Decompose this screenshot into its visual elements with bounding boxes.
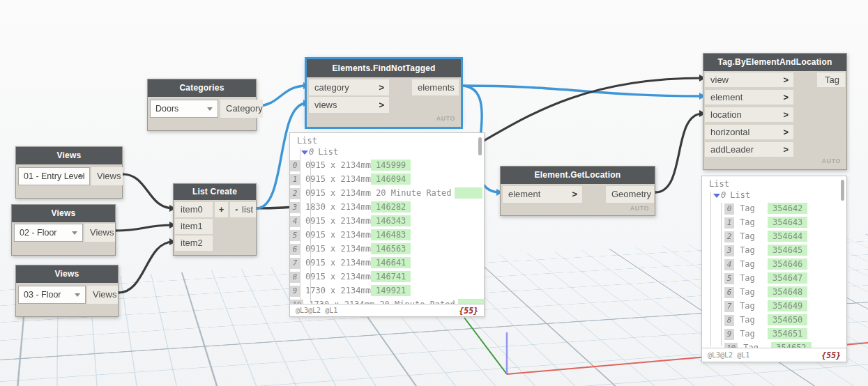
- preview-elements-list: List 0List 00915 x 2134mm145999 10915 x …: [290, 133, 484, 305]
- port-item2-input[interactable]: item2: [175, 236, 213, 251]
- wire-geometry-to-tag-location[interactable]: [655, 114, 703, 192]
- port-view-input[interactable]: view: [705, 72, 793, 87]
- tree-guide-line: [710, 192, 711, 346]
- lacing-auto-label[interactable]: AUTO: [630, 205, 649, 212]
- node-views-3-header[interactable]: Views: [16, 265, 118, 283]
- port-views-2-output[interactable]: Views: [84, 224, 115, 242]
- port-tag-output[interactable]: Tag: [817, 72, 845, 87]
- categories-dropdown[interactable]: Doors: [150, 100, 218, 118]
- tag-id-badge: 354646: [768, 258, 807, 270]
- port-views-input[interactable]: views: [309, 97, 389, 113]
- views-3-dropdown[interactable]: 03 - Floor: [18, 286, 86, 304]
- list-item: 9Tag354651: [702, 327, 846, 341]
- node-element-getlocation-header[interactable]: Element.GetLocation: [501, 167, 655, 184]
- node-list-create[interactable]: List Create item0 item1 item2 + - list: [173, 183, 257, 256]
- node-views-1-header[interactable]: Views: [16, 147, 122, 164]
- port-location-input[interactable]: location: [705, 107, 793, 122]
- node-views-3[interactable]: Views 03 - Floor Views: [15, 265, 119, 317]
- element-id-badge: 146282: [371, 201, 411, 213]
- wire-views3-to-item2[interactable]: [119, 242, 173, 293]
- port-item0-input[interactable]: item0: [175, 202, 213, 217]
- lacing-auto-label[interactable]: AUTO: [436, 115, 455, 122]
- element-id-badge: 149921: [371, 285, 411, 296]
- node-views-2-header[interactable]: Views: [12, 205, 115, 222]
- views-2-dropdown[interactable]: 02 - Floor: [14, 224, 83, 242]
- port-horizontal-input[interactable]: horizontal: [705, 125, 793, 139]
- wire-category-to-findnottagged[interactable]: [257, 86, 307, 106]
- levels-label[interactable]: @L3@L2 @L1: [708, 351, 749, 359]
- port-views-3-output[interactable]: Views: [87, 286, 118, 304]
- views-1-dropdown[interactable]: 01 - Entry Level: [18, 167, 90, 185]
- chevron-down-icon: [207, 107, 213, 111]
- element-id-badge: 146483: [371, 229, 411, 240]
- list-branch[interactable]: 0List: [702, 190, 846, 201]
- collapse-triangle-icon[interactable]: [301, 150, 308, 155]
- chevron-down-icon: [79, 175, 84, 178]
- list-item: 2Tag354644: [702, 229, 846, 243]
- preview-scrollbar[interactable]: [478, 137, 482, 155]
- list-root-label: List: [290, 136, 484, 146]
- port-list-output[interactable]: list: [238, 202, 256, 217]
- views-2-dropdown-value: 02 - Floor: [20, 228, 57, 238]
- tag-id-badge: 354643: [768, 217, 807, 228]
- categories-dropdown-value: Doors: [155, 104, 178, 114]
- wire-views2-to-item1[interactable]: [116, 225, 173, 231]
- views-1-dropdown-value: 01 - Entry Level: [24, 171, 85, 181]
- list-item: 7Tag354649: [702, 299, 846, 313]
- levels-label[interactable]: @L3@L2 @L1: [296, 307, 337, 314]
- port-chevron-icon: [783, 142, 789, 157]
- collapse-triangle-icon[interactable]: [713, 194, 720, 198]
- port-category-output[interactable]: Category: [220, 100, 263, 118]
- node-elements-findnottagged[interactable]: Elements.FindNotTagged category views el…: [307, 59, 461, 127]
- node-element-getlocation[interactable]: Element.GetLocation element Geometry AUT…: [500, 166, 655, 216]
- tag-id-badge: 354647: [768, 272, 807, 284]
- port-item1-input[interactable]: item1: [175, 219, 213, 234]
- add-port-button[interactable]: +: [215, 202, 228, 217]
- node-elements-findnottagged-header[interactable]: Elements.FindNotTagged: [307, 59, 461, 77]
- node-categories[interactable]: Categories Doors Category: [147, 79, 257, 131]
- node-categories-header[interactable]: Categories: [148, 79, 256, 97]
- wire-views1-to-item0[interactable]: [123, 174, 173, 208]
- list-item: 00915 x 2134mm145999: [290, 158, 484, 172]
- port-element-input[interactable]: element: [705, 90, 793, 105]
- preview-bubble-elements[interactable]: List 0List 00915 x 2134mm145999 10915 x …: [289, 132, 485, 317]
- port-chevron-icon: [783, 125, 789, 139]
- list-item: 1Tag354643: [702, 215, 846, 229]
- tag-id-badge: 354642: [768, 203, 807, 214]
- list-item: 91730 x 2134mm149921: [290, 284, 484, 298]
- node-views-2[interactable]: Views 02 - Floor Views: [11, 204, 116, 256]
- chevron-down-icon: [75, 293, 80, 297]
- tag-id-badge: 354650: [768, 314, 807, 325]
- list-item: 60915 x 2134mm146563: [290, 242, 484, 256]
- port-chevron-icon: [379, 97, 384, 113]
- list-item: 50915 x 2134mm146483: [290, 228, 484, 242]
- tree-guide-line: [310, 160, 311, 303]
- node-tag-byelementandlocation-header[interactable]: Tag.ByElementAndLocation: [703, 54, 846, 71]
- list-branch[interactable]: 0List: [290, 146, 484, 158]
- tree-guide-line: [300, 148, 300, 303]
- preview-bubble-tags[interactable]: List 0List 0Tag354642 1Tag354643 2Tag354…: [701, 176, 847, 362]
- preview-scrollbar[interactable]: [841, 180, 844, 201]
- port-chevron-icon: [783, 72, 789, 87]
- list-item: 0Tag354642: [702, 201, 846, 215]
- port-category-input[interactable]: category: [309, 79, 389, 95]
- lacing-auto-label[interactable]: AUTO: [822, 157, 841, 164]
- tag-id-badge: 354645: [768, 245, 807, 256]
- tag-id-badge: 354644: [768, 231, 807, 242]
- preview-tags-list: List 0List 0Tag354642 1Tag354643 2Tag354…: [702, 176, 846, 349]
- node-tag-byelementandlocation[interactable]: Tag.ByElementAndLocation view element lo…: [703, 53, 847, 170]
- port-element-input[interactable]: element: [503, 186, 582, 203]
- port-addleader-input[interactable]: addLeader: [705, 142, 793, 157]
- element-id-badge: 146741: [371, 271, 411, 282]
- tag-id-badge: 354648: [768, 286, 807, 298]
- list-item: 70915 x 2134mm146641: [290, 256, 484, 270]
- node-list-create-header[interactable]: List Create: [174, 184, 256, 200]
- list-item: 5Tag354647: [702, 271, 846, 285]
- node-views-1[interactable]: Views 01 - Entry Level Views: [15, 146, 123, 199]
- port-views-1-output[interactable]: Views: [91, 167, 123, 185]
- dynamo-workspace[interactable]: Categories Doors Category Views 01 - Ent…: [0, 0, 868, 386]
- port-geometry-output[interactable]: Geometry: [606, 186, 654, 203]
- list-root-label: List: [702, 179, 846, 190]
- element-id-badge: 146343: [371, 215, 411, 226]
- port-elements-output[interactable]: elements: [412, 79, 459, 95]
